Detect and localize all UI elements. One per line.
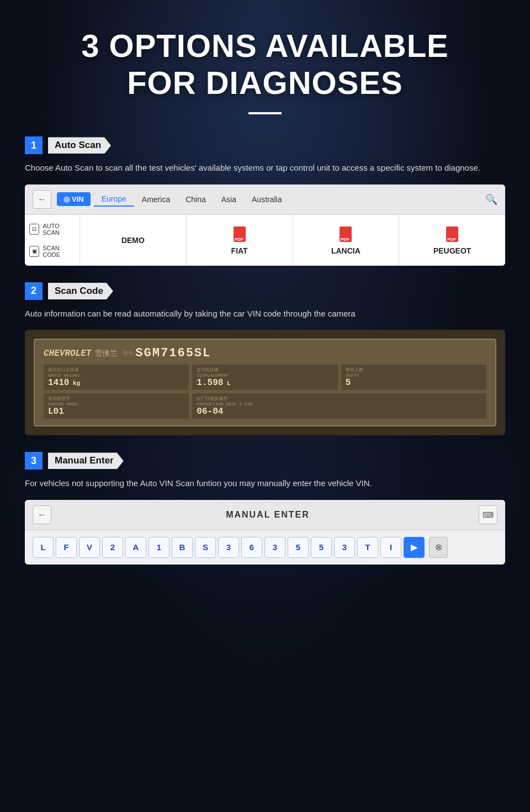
vin-char-2[interactable]: 2	[102, 537, 123, 558]
autoscan-icon: ⊡	[29, 224, 39, 235]
section-3-title: Manual Enter	[48, 452, 124, 469]
vin-type-label: 型号	[123, 350, 133, 357]
section-2-title: Scan Code	[48, 283, 113, 299]
manual-enter-title: MANUAL ENTER	[57, 510, 479, 520]
page-title: 3 OPTIONS AVAILABLE FOR DIAGNOSES	[25, 28, 505, 101]
svg-text:PDF: PDF	[341, 237, 349, 242]
tab-asia[interactable]: Asia	[214, 193, 244, 206]
tab-europe[interactable]: Europe	[94, 192, 134, 207]
manual-top-bar: ← MANUAL ENTER ⌨	[25, 500, 505, 530]
vin-char-F[interactable]: F	[56, 537, 77, 558]
production-value: 06-04	[197, 407, 482, 416]
fiat-pdf-icon: PDF	[232, 225, 247, 243]
vin-scan-image: CHEVROLET 雪佛兰 型号 SGM7165SL 最大设计总质量 GROSS…	[25, 330, 505, 435]
section-1-title: Auto Scan	[48, 137, 111, 154]
peugeot-pdf-icon: PDF	[444, 225, 460, 243]
vin-char-V[interactable]: V	[79, 537, 100, 558]
vin-char-S[interactable]: S	[195, 537, 216, 558]
vin-char-5b[interactable]: 5	[311, 537, 332, 558]
auto-scan-panel: ← ◎ VIN Europe America China Asia Austra…	[25, 184, 505, 266]
manual-enter-panel: ← MANUAL ENTER ⌨ L F V 2 A 1 B S 3 6 3 5…	[25, 500, 505, 565]
qr-icon: ⌨	[483, 510, 494, 519]
vin-seats: 乘坐人数 SEATS 5	[341, 365, 486, 390]
vin-char-3[interactable]: 3	[218, 537, 239, 558]
brand-fiat-name: FIAT	[231, 246, 248, 255]
section-2-header: 2 Scan Code	[25, 282, 505, 300]
autoscan-label: AUTO SCAN	[43, 223, 75, 236]
engine-model-label: 发动机型号 ENGINE MODEL	[48, 396, 184, 407]
brand-demo-name: DEMO	[121, 236, 145, 245]
brand-lancia-name: LANCIA	[331, 246, 361, 255]
vin-model-value: SGM7165SL	[135, 346, 211, 360]
scancode-icon: ▣	[29, 246, 39, 257]
scan-viewfinder-icon: ◎	[63, 195, 70, 203]
vin-char-6[interactable]: 6	[241, 537, 262, 558]
vin-gross-weight: 最大设计总质量 GROSS WEIGHT 1410 kg	[44, 365, 189, 390]
scan-panel-body: ⊡ AUTO SCAN ▣ SCAN CODE DEMO PDF	[25, 215, 505, 266]
section-1-number: 1	[25, 136, 43, 154]
header-divider	[248, 112, 282, 114]
lancia-pdf-icon: PDF	[338, 225, 353, 243]
brand-peugeot-name: PEUGEOT	[433, 246, 471, 255]
brand-peugeot[interactable]: PDF PEUGEOT	[399, 215, 505, 266]
vin-engine-model: 发动机型号 ENGINE MODEL L01	[44, 393, 189, 419]
vin-data-grid: 最大设计总质量 GROSS WEIGHT 1410 kg 发动机排量 DISPL…	[44, 365, 486, 419]
vin-chars-row: L F V 2 A 1 B S 3 6 3 5 5 3 T I ▶ ⊗	[25, 530, 505, 565]
section-1-desc: Choose Auto Scan to scan all the test ve…	[25, 162, 505, 175]
delete-icon: ⊗	[435, 542, 442, 552]
vin-char-5[interactable]: 5	[288, 537, 309, 558]
vin-production: 出厂日期及编号 PRODUCTION DATE & VIN 06-04	[192, 393, 486, 419]
section-3-number: 3	[25, 452, 43, 470]
vin-chinese: 雪佛兰	[94, 349, 118, 358]
vin-brand: CHEVROLET	[44, 349, 91, 358]
vin-displacement: 发动机排量 DISPLACEMENT 1.598 L	[192, 365, 337, 390]
scan-nav-bar: ← ◎ VIN Europe America China Asia Austra…	[25, 184, 505, 215]
gross-weight-value: 1410 kg	[48, 378, 184, 388]
section-3-desc: For vehicles not supporting the Auto VIN…	[25, 477, 505, 490]
vin-char-1[interactable]: 1	[149, 537, 169, 558]
section-1-header: 1 Auto Scan	[25, 136, 505, 154]
vin-char-T[interactable]: T	[357, 537, 378, 558]
search-icon[interactable]: 🔍	[485, 193, 497, 205]
svg-text:PDF: PDF	[447, 237, 456, 242]
region-tabs: Europe America China Asia Australia	[94, 192, 485, 207]
vin-char-3b[interactable]: 3	[264, 537, 285, 558]
vin-badge[interactable]: ◎ VIN	[57, 192, 91, 206]
production-label: 出厂日期及编号 PRODUCTION DATE & VIN	[197, 396, 482, 407]
vin-char-B[interactable]: B	[172, 537, 193, 558]
vin-char-I[interactable]: I	[380, 537, 401, 558]
displacement-value: 1.598 L	[197, 378, 333, 388]
delete-button[interactable]: ⊗	[429, 537, 448, 558]
section-2-number: 2	[25, 282, 43, 300]
brand-grid: DEMO PDF FIAT PDF	[80, 215, 505, 266]
brand-demo[interactable]: DEMO	[80, 215, 187, 266]
vin-plate: CHEVROLET 雪佛兰 型号 SGM7165SL 最大设计总质量 GROSS…	[34, 339, 496, 426]
page-header: 3 OPTIONS AVAILABLE FOR DIAGNOSES	[25, 28, 505, 114]
manual-back-button[interactable]: ←	[33, 505, 51, 524]
seats-label: 乘坐人数 SEATS	[346, 367, 482, 378]
gross-weight-label: 最大设计总质量 GROSS WEIGHT	[48, 367, 184, 378]
section-3-header: 3 Manual Enter	[25, 452, 505, 470]
vin-char-3c[interactable]: 3	[334, 537, 355, 558]
section-2-desc: Auto information can be read automatical…	[25, 308, 505, 320]
back-arrow-icon: ←	[38, 194, 46, 204]
scan-back-button[interactable]: ←	[33, 190, 51, 209]
sidebar-item-scancode[interactable]: ▣ SCAN CODE	[29, 242, 75, 260]
vin-char-A[interactable]: A	[125, 537, 146, 558]
qr-button[interactable]: ⌨	[479, 505, 497, 524]
scancode-label: SCAN CODE	[43, 245, 75, 258]
tab-china[interactable]: China	[178, 193, 214, 206]
scan-sidebar: ⊡ AUTO SCAN ▣ SCAN CODE	[25, 215, 80, 266]
vin-plate-header: CHEVROLET 雪佛兰 型号 SGM7165SL	[44, 346, 486, 360]
seats-value: 5	[346, 378, 482, 388]
vin-char-cursor[interactable]: ▶	[404, 537, 425, 558]
vin-char-L[interactable]: L	[33, 537, 54, 558]
brand-fiat[interactable]: PDF FIAT	[187, 215, 293, 266]
brand-lancia[interactable]: PDF LANCIA	[293, 215, 400, 266]
tab-australia[interactable]: Australia	[244, 193, 289, 206]
tab-america[interactable]: America	[134, 193, 178, 206]
svg-text:PDF: PDF	[235, 237, 243, 242]
engine-model-value: L01	[48, 407, 184, 416]
manual-back-icon: ←	[38, 510, 46, 520]
sidebar-item-autoscan[interactable]: ⊡ AUTO SCAN	[29, 220, 75, 238]
